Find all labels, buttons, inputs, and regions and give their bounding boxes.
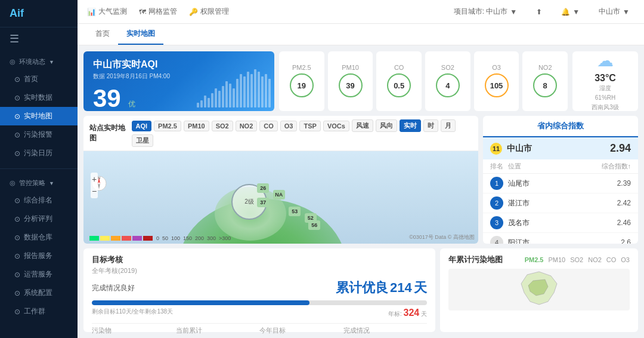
- sidebar-section-header-environment[interactable]: ◎ 环境动态 ▼: [0, 54, 78, 70]
- map-tool-month[interactable]: 月: [441, 119, 456, 132]
- legend-good: [100, 236, 110, 241]
- pollution-tab-pm25[interactable]: PM2.5: [525, 256, 544, 263]
- map-tool-vocs[interactable]: VOCs: [323, 121, 349, 131]
- pollutant-card-no2: NO2 8: [522, 51, 568, 111]
- sidebar-section-label-environment: 环境动态: [19, 57, 45, 66]
- sidebar-item-analysis[interactable]: ⊙ 分析评判: [0, 210, 78, 228]
- target-title: 目标考核: [92, 254, 427, 265]
- topnav-right: 项目城市: 中山市 ▼ ⬆ 🔔 ▼ 中山市 ▼: [449, 5, 634, 19]
- sidebar-item-label-alert: 污染报警: [24, 130, 52, 140]
- map-tool-o3[interactable]: O3: [280, 121, 298, 131]
- target-goal: 年标: 324 天: [388, 308, 427, 318]
- rank-item-1: 1 汕尾市 2.39: [483, 174, 638, 193]
- map-tool-hour[interactable]: 时: [423, 119, 438, 132]
- zoom-in-button[interactable]: +: [92, 174, 97, 186]
- weather-details: 湿度 61%RH 西南风3级: [592, 84, 619, 112]
- map-dot-56: 56: [308, 220, 320, 230]
- svg-text:N: N: [98, 176, 100, 180]
- target-col-current: 当前累计: [176, 326, 260, 335]
- auth-icon: 🔑: [189, 8, 198, 16]
- map-content[interactable]: N + − 2级: [83, 151, 478, 244]
- pollutant-value-so2: 4: [445, 81, 450, 90]
- map-tool-aqi[interactable]: AQI: [132, 121, 152, 131]
- bar-9: [225, 81, 228, 107]
- map-tool-satellite[interactable]: 卫星: [132, 134, 153, 147]
- map-tool-realtime[interactable]: 实时: [400, 119, 421, 132]
- main-content: 中山市实时AQI 数据 2019年8月16日 PM4:00 39 优: [78, 45, 644, 338]
- topnav-left: 📊 大气监测 🗺 网格监管 🔑 权限管理: [87, 7, 229, 17]
- sidebar-item-label-home: 首页: [24, 74, 38, 84]
- map-header: 站点实时地图 AQI PM2.5 PM10 SO2 NO2 CO O3 TSP …: [83, 116, 478, 151]
- nav-atmosphere[interactable]: 📊 大气监测: [87, 7, 127, 17]
- map-tool-no2[interactable]: NO2: [236, 121, 258, 131]
- main-area: 📊 大气监测 🗺 网格监管 🔑 权限管理 项目城市: 中山市 ▼ ⬆ 🔔: [78, 0, 644, 338]
- sidebar-section-header-control[interactable]: ◎ 管控策略 ▼: [0, 175, 78, 191]
- pollutant-circle-so2: 4: [436, 73, 460, 97]
- tab-realtime-map[interactable]: 实时地图: [118, 24, 163, 45]
- sidebar-section-environment: ◎ 环境动态 ▼ ⊙ 首页 ⊙ 实时数据 ⊙ 实时地图 ⊙ 污染报警 ⊙ 污染日…: [0, 50, 78, 166]
- pollution-tab-o3[interactable]: O3: [621, 256, 630, 263]
- rank-col-header-city: 位置: [508, 162, 595, 171]
- map-toolbar: AQI PM2.5 PM10 SO2 NO2 CO O3 TSP VOCs 风速…: [132, 119, 472, 147]
- sidebar-item-ranking[interactable]: ⊙ 综合排名: [0, 191, 78, 210]
- notification-button[interactable]: 🔔 ▼: [556, 6, 584, 18]
- pollutant-circle-o3: 105: [485, 73, 509, 97]
- nav-auth[interactable]: 🔑 权限管理: [189, 7, 229, 17]
- sidebar-item-report[interactable]: ⊙ 报告服务: [0, 247, 78, 265]
- report-icon: ⊙: [14, 252, 20, 260]
- pollutant-value-pm10: 39: [346, 81, 354, 90]
- upload-icon: ⬆: [536, 8, 542, 16]
- nav-grid[interactable]: 🗺 网格监管: [139, 7, 177, 17]
- page-tabs: 首页 实时地图: [78, 24, 644, 45]
- pollution-map-title: 年累计污染地图: [448, 254, 503, 265]
- pollution-tab-pm10[interactable]: PM10: [548, 256, 565, 263]
- map-dot-37: 37: [257, 198, 269, 207]
- bar-16: [250, 74, 253, 107]
- zoom-controls[interactable]: + −: [91, 173, 98, 198]
- sidebar-item-alert[interactable]: ⊙ 污染报警: [0, 125, 78, 144]
- upload-button[interactable]: ⬆: [531, 6, 547, 18]
- pollutant-name-o3: O3: [492, 64, 501, 71]
- pollution-tab-no2[interactable]: NO2: [588, 256, 602, 263]
- map-tool-co[interactable]: CO: [259, 121, 278, 131]
- sidebar-item-work[interactable]: ⊙ 工作群: [0, 302, 78, 321]
- target-footnote: 剩余目标110天/全年剩余138天 年标: 324 天: [92, 308, 427, 318]
- project-city-selector[interactable]: 项目城市: 中山市 ▼: [449, 5, 522, 19]
- map-tool-tsp[interactable]: TSP: [299, 121, 320, 131]
- pollution-map-card: 年累计污染地图 PM2.5 PM10 SO2 NO2 CO O3: [440, 248, 638, 332]
- legend-severe: [143, 236, 153, 241]
- bar-17: [254, 69, 256, 107]
- app-logo: Aif: [0, 0, 78, 27]
- sidebar-item-data[interactable]: ⊙ 数据仓库: [0, 228, 78, 247]
- city-selector[interactable]: 中山市 ▼: [594, 5, 634, 19]
- target-days: 累计优良 214 天: [336, 279, 427, 297]
- menu-icon[interactable]: ☰: [0, 27, 78, 50]
- history-icon: ⊙: [14, 149, 20, 158]
- pollution-tab-so2[interactable]: SO2: [570, 256, 583, 263]
- sidebar-item-history[interactable]: ⊙ 污染日历: [0, 144, 78, 162]
- sidebar-item-map[interactable]: ⊙ 实时地图: [0, 107, 78, 125]
- rank-score-2: 2.42: [595, 199, 631, 207]
- map-tool-so2[interactable]: SO2: [212, 121, 233, 131]
- sidebar-item-realtime[interactable]: ⊙ 实时数据: [0, 88, 78, 107]
- zoom-out-button[interactable]: −: [92, 186, 97, 198]
- pollution-tab-co[interactable]: CO: [606, 256, 617, 263]
- map-tool-pm10[interactable]: PM10: [184, 121, 209, 131]
- city-rank-header: 11 中山市 2.94: [483, 137, 638, 159]
- weather-card: ☁ 33°C 湿度 61%RH 西南风3级: [572, 51, 638, 111]
- notification-arrow: ▼: [572, 8, 580, 16]
- sidebar-section-control: ◎ 管控策略 ▼ ⊙ 综合排名 ⊙ 分析评判 ⊙ 数据仓库 ⊙ 报告服务 ⊙ 运…: [0, 171, 78, 324]
- map-copyright: ©03017号 Data © 高德地图: [409, 233, 475, 241]
- target-col-goal: 今年目标: [259, 326, 343, 335]
- realtime-icon: ⊙: [14, 94, 20, 102]
- map-tool-winddirection[interactable]: 风向: [376, 119, 397, 132]
- pollution-map-header: 年累计污染地图 PM2.5 PM10 SO2 NO2 CO O3: [448, 254, 630, 265]
- city-rank-name: 中山市: [507, 143, 532, 154]
- map-tool-windspeed[interactable]: 风速: [352, 119, 373, 132]
- sidebar-item-system[interactable]: ⊙ 系统配置: [0, 284, 78, 302]
- sidebar-item-ops[interactable]: ⊙ 运营服务: [0, 265, 78, 284]
- tab-home[interactable]: 首页: [87, 24, 118, 45]
- map-tool-pm25[interactable]: PM2.5: [154, 121, 181, 131]
- bar-11: [233, 88, 235, 107]
- sidebar-item-home[interactable]: ⊙ 首页: [0, 70, 78, 88]
